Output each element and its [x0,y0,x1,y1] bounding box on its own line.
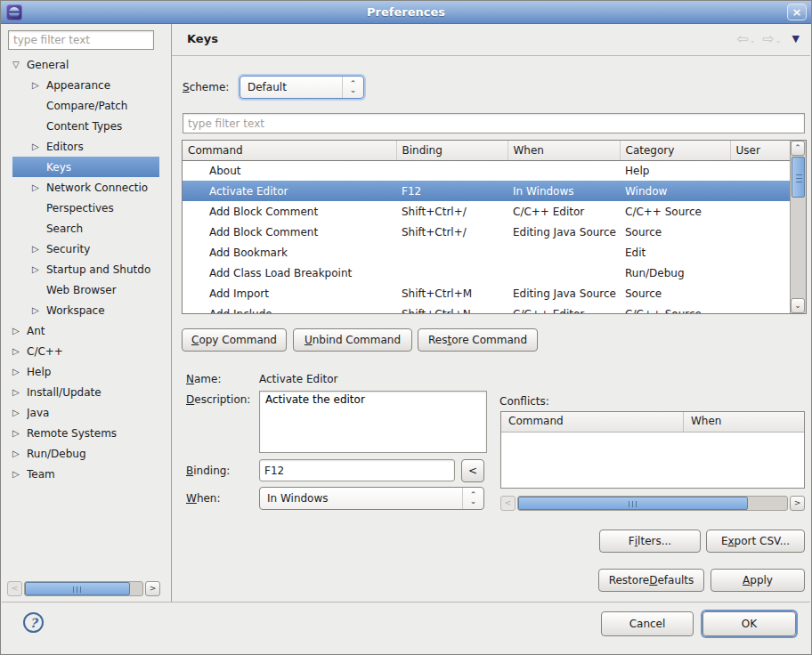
sidebar-item-editors[interactable]: ▷Editors [12,136,159,157]
column-header-command[interactable]: Command [183,141,396,160]
sidebar-item-ant[interactable]: ▷Ant [12,320,159,341]
history-nav: ⇦ ⌄ ⇨ ⌄ ▼ [736,30,800,47]
export-csv-button[interactable]: Export CSV... [706,530,805,553]
table-row[interactable]: AboutHelp [183,160,790,181]
scroll-down-icon[interactable]: ⌄ [791,298,805,313]
table-row[interactable]: Add Block CommentShift+Ctrl+/C/C++ Edito… [183,201,790,222]
column-header-binding[interactable]: Binding [396,141,508,160]
preferences-dialog: Preferences × ▽General ▷Appearance Compa… [0,0,812,655]
forward-dropdown-icon[interactable]: ⌄ [775,36,782,44]
sidebar-item-network-connections[interactable]: ▷Network Connectio [12,177,159,198]
scroll-right-icon[interactable]: > [790,496,805,511]
sidebar-item-keys[interactable]: Keys [12,157,159,177]
sidebar-item-perspectives[interactable]: Perspectives [12,198,159,218]
expander-collapsed-icon[interactable]: ▷ [32,244,46,254]
restore-defaults-button[interactable]: Restore Defaults [598,569,704,592]
scrollbar-thumb[interactable] [792,157,805,198]
conflicts-column-command[interactable]: Command [501,412,684,432]
sidebar-item-web-browser[interactable]: Web Browser [12,279,159,300]
sidebar-item-content-types[interactable]: Content Types [12,116,159,136]
view-menu-icon[interactable]: ▼ [792,33,800,44]
tree-filter-input[interactable] [8,30,154,50]
table-row[interactable]: Add Block CommentShift+Ctrl+/Editing Jav… [183,222,790,242]
sidebar-item-startup-and-shutdown[interactable]: ▷Startup and Shutdo [12,259,159,279]
expander-collapsed-icon[interactable]: ▷ [12,449,27,458]
sidebar-item-security[interactable]: ▷Security [12,239,159,259]
expander-collapsed-icon[interactable]: ▷ [12,387,27,397]
sidebar-item-search[interactable]: Search [12,218,159,239]
page-header: Keys ⇦ ⌄ ⇨ ⌄ ▼ [172,24,810,56]
eclipse-orb-icon [9,7,20,18]
description-textarea[interactable]: Activate the editor [259,391,487,453]
help-icon[interactable]: ? [23,612,44,633]
expander-expanded-icon[interactable]: ▽ [12,60,27,69]
command-filter-input[interactable] [183,113,805,133]
sidebar-item-remote-systems[interactable]: ▷Remote Systems [12,423,159,443]
sidebar-item-help[interactable]: ▷Help [12,361,159,382]
scroll-right-icon[interactable]: > [145,581,160,596]
tree-horizontal-scrollbar[interactable]: < > [7,581,160,596]
conflicts-label: Conflicts: [499,395,549,408]
sidebar-item-c-cpp[interactable]: ▷C/C++ [12,341,159,361]
expander-collapsed-icon[interactable]: ▷ [32,80,46,90]
scroll-left-icon[interactable]: < [500,496,516,511]
scrollbar-thumb[interactable] [518,497,748,510]
sidebar-item-team[interactable]: ▷Team [12,464,159,484]
combo-spinner-icon[interactable]: ⌃ ⌄ [462,488,483,509]
sidebar-item-install-update[interactable]: ▷Install/Update [12,382,159,402]
preference-tree: ▽General ▷Appearance Compare/Patch Conte… [2,54,170,484]
apply-button[interactable]: Apply [710,569,805,592]
table-row[interactable]: Add ImportShift+Ctrl+MEditing Java Sourc… [183,283,790,303]
eclipse-app-icon [6,4,22,20]
back-icon[interactable]: ⇦ [736,30,748,47]
sidebar-item-run-debug[interactable]: ▷Run/Debug [12,443,159,464]
column-header-user[interactable]: User [730,141,790,160]
scrollbar-thumb[interactable] [25,582,130,595]
scroll-up-icon[interactable]: ⌃ [791,141,805,156]
combo-spinner-icon[interactable]: ⌃ ⌄ [342,77,363,98]
table-row[interactable]: Add IncludeShift+Ctrl+NC/C++ EditorC/C++… [183,303,790,314]
column-header-category[interactable]: Category [620,141,730,160]
sidebar-item-workspace[interactable]: ▷Workspace [12,300,159,320]
expander-collapsed-icon[interactable]: ▷ [32,142,46,151]
column-header-when[interactable]: When [508,141,620,160]
key-bindings-table: Command Binding When Category User About… [182,140,807,314]
scheme-combo[interactable]: Default ⌃ ⌄ [240,76,364,99]
unbind-command-button[interactable]: Unbind Command [293,328,412,352]
sidebar-item-general[interactable]: ▽General [12,54,159,75]
back-dropdown-icon[interactable]: ⌄ [750,36,756,44]
expander-collapsed-icon[interactable]: ▷ [32,305,46,315]
expander-collapsed-icon[interactable]: ▷ [32,182,46,192]
close-icon[interactable]: × [787,4,807,20]
table-vertical-scrollbar[interactable]: ⌃ ⌄ [790,141,806,313]
conflicts-header-row: Command When [501,412,804,433]
expander-collapsed-icon[interactable]: ▷ [32,264,46,274]
sidebar-item-java[interactable]: ▷Java [12,402,159,423]
when-combo[interactable]: In Windows ⌃ ⌄ [259,487,484,510]
conflicts-column-when[interactable]: When [684,412,728,432]
filters-button[interactable]: Filters... [599,530,701,553]
expander-collapsed-icon[interactable]: ▷ [12,346,27,356]
capture-key-icon[interactable]: < [461,459,484,482]
table-row-selected[interactable]: Activate EditorF12In WindowsWindow [183,181,790,201]
table-row[interactable]: Add Class Load BreakpointRun/Debug [183,263,790,283]
expander-collapsed-icon[interactable]: ▷ [12,326,27,336]
table-row[interactable]: Add BookmarkEdit [183,242,790,263]
scroll-left-icon[interactable]: < [7,581,22,596]
forward-icon[interactable]: ⇨ [762,30,774,47]
cancel-button[interactable]: Cancel [601,611,694,636]
sidebar-item-compare-patch[interactable]: Compare/Patch [12,95,159,116]
expander-collapsed-icon[interactable]: ▷ [12,428,27,438]
restore-command-button[interactable]: Restore Command [418,328,538,352]
binding-input[interactable] [259,459,455,481]
expander-collapsed-icon[interactable]: ▷ [12,367,27,376]
expander-collapsed-icon[interactable]: ▷ [12,408,27,417]
window-title: Preferences [1,5,811,19]
sidebar-item-appearance[interactable]: ▷Appearance [12,75,159,95]
conflicts-horizontal-scrollbar[interactable]: < > [500,496,805,511]
expander-collapsed-icon[interactable]: ▷ [12,469,27,479]
table-header-row: Command Binding When Category User [183,141,790,160]
ok-button[interactable]: OK [702,611,796,636]
copy-command-button[interactable]: Copy Command [182,328,287,352]
titlebar[interactable]: Preferences × [1,1,811,24]
